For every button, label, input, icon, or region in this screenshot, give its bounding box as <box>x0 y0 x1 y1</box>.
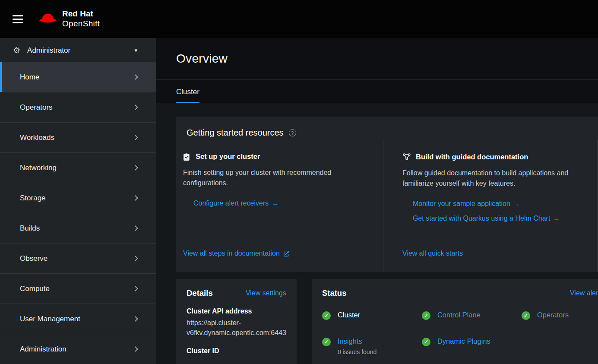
field-label: Cluster API address <box>187 307 286 315</box>
help-icon[interactable]: ? <box>289 129 296 136</box>
brand-logo: Red Hat OpenShift <box>38 9 100 29</box>
chevron-right-icon <box>133 104 138 110</box>
check-circle-icon: ✓ <box>322 338 331 346</box>
tab-bar: Cluster <box>156 80 598 103</box>
chevron-right-icon <box>133 286 138 291</box>
openshift-console: Red Hat OpenShift ⚙ Administrator ▾ Home… <box>0 0 598 364</box>
redhat-hat-icon <box>38 11 57 27</box>
sidebar-item-workloads[interactable]: Workloads <box>0 122 156 152</box>
gear-icon: ⚙ <box>13 45 20 55</box>
page-title: Overview <box>176 52 228 66</box>
arrow-right-icon: → <box>553 215 560 222</box>
chevron-right-icon <box>133 165 138 171</box>
sidebar-item-observe[interactable]: Observe <box>0 243 156 273</box>
setup-cluster-section: Set up your cluster Finish setting up yo… <box>176 140 383 272</box>
arrow-right-icon: → <box>272 199 278 207</box>
brand-openshift-text: OpenShift <box>62 19 100 29</box>
clipboard-check-icon <box>183 153 191 161</box>
sidebar-item-home[interactable]: Home <box>0 62 156 92</box>
sidebar-nav: Home Operators Workloads Networking Stor… <box>0 62 156 364</box>
section-title: Build with guided documentation <box>416 153 528 161</box>
arrow-right-icon: → <box>513 200 520 207</box>
section-description: Follow guided documentation to build app… <box>402 168 573 189</box>
status-item-control-plane: ✓ Control Plane <box>422 311 522 320</box>
status-item-dynamic-plugins: ✓ Dynamic Plugins <box>422 337 522 355</box>
chevron-right-icon <box>133 135 138 140</box>
guided-docs-section: Build with guided documentation Follow g… <box>383 140 597 272</box>
details-title: Details <box>187 288 213 298</box>
nav-toggle-button[interactable] <box>9 12 26 27</box>
tab-cluster[interactable]: Cluster <box>176 88 199 103</box>
sidebar-item-networking[interactable]: Networking <box>0 152 156 183</box>
external-link-icon <box>284 251 289 256</box>
dashboard: Getting started resources ? Set up your … <box>156 103 598 364</box>
chevron-right-icon <box>133 256 138 261</box>
view-settings-link[interactable]: View settings <box>246 289 286 297</box>
check-circle-icon: ✓ <box>422 311 430 320</box>
sidebar-item-user-management[interactable]: User Management <box>0 304 156 334</box>
link-monitor-sample-app[interactable]: Monitor your sample application→ <box>413 200 587 208</box>
sidebar-item-administration[interactable]: Administration <box>0 334 156 364</box>
section-title: Set up your cluster <box>196 152 260 161</box>
section-description: Finish setting up your cluster with reco… <box>183 168 342 188</box>
chevron-right-icon <box>133 316 138 322</box>
sidebar-item-builds[interactable]: Builds <box>0 213 156 243</box>
status-item-operators: ✓ Operators <box>522 311 598 320</box>
link-view-all-steps[interactable]: View all steps in documentation <box>183 250 373 257</box>
status-title: Status <box>322 288 347 298</box>
link-quarkus-helm-chart[interactable]: Get started with Quarkus using a Helm Ch… <box>413 215 587 222</box>
hamburger-icon <box>13 15 23 16</box>
sidebar: ⚙ Administrator ▾ Home Operators Workloa… <box>0 38 156 364</box>
status-item-cluster: ✓ Cluster <box>322 311 422 320</box>
link-configure-alert-receivers[interactable]: Configure alert receivers→ <box>193 199 373 207</box>
getting-started-card: Getting started resources ? Set up your … <box>176 117 598 272</box>
check-circle-icon: ✓ <box>422 338 430 346</box>
chevron-right-icon <box>133 74 138 80</box>
layout: ⚙ Administrator ▾ Home Operators Workloa… <box>0 38 598 364</box>
chevron-right-icon <box>133 225 138 231</box>
check-circle-icon: ✓ <box>322 311 331 320</box>
chevron-right-icon <box>133 195 138 201</box>
masthead: Red Hat OpenShift <box>0 0 598 38</box>
field-cluster-api-address: Cluster API address https://api.cluster-… <box>187 307 286 338</box>
route-icon <box>402 152 411 161</box>
field-label: Cluster ID <box>187 347 286 355</box>
view-alerts-link[interactable]: View alerts <box>570 289 598 297</box>
sidebar-item-storage[interactable]: Storage <box>0 183 156 213</box>
chevron-right-icon <box>133 346 138 352</box>
insights-issues-count: 0 issues found <box>338 348 377 355</box>
status-item-insights: ✓ Insights 0 issues found <box>322 337 422 355</box>
main-content: Overview Cluster Getting started resourc… <box>156 38 598 364</box>
brand-redhat-text: Red Hat <box>62 9 100 19</box>
sidebar-item-operators[interactable]: Operators <box>0 92 156 122</box>
link-view-all-quick-starts[interactable]: View all quick starts <box>402 250 587 257</box>
status-card: Status View alerts ✓ Cluster ✓ Control P… <box>312 279 598 364</box>
check-circle-icon: ✓ <box>522 311 530 320</box>
details-card: Details View settings Cluster API addres… <box>176 279 297 364</box>
caret-down-icon: ▾ <box>134 47 137 54</box>
getting-started-title: Getting started resources <box>187 128 284 138</box>
field-cluster-id: Cluster ID <box>187 347 286 355</box>
perspective-switcher[interactable]: ⚙ Administrator ▾ <box>0 44 156 57</box>
perspective-label: Administrator <box>27 46 70 55</box>
field-value: https://api.cluster-v6fkv.dynamic.opentl… <box>187 318 286 338</box>
sidebar-item-compute[interactable]: Compute <box>0 273 156 304</box>
page-header: Overview <box>156 38 598 80</box>
